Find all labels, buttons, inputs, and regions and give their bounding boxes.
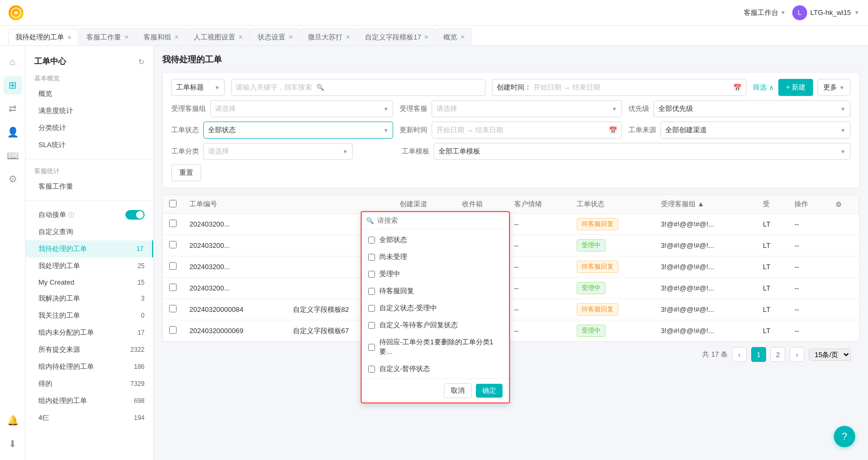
dropdown-checkbox[interactable] xyxy=(368,237,375,244)
dropdown-item-waiting-reply[interactable]: 待客服回复 xyxy=(362,283,509,300)
tab-status[interactable]: 状态设置 ✕ xyxy=(251,28,300,45)
ticket-source-select[interactable]: 全部创建渠道 ▼ xyxy=(660,122,850,139)
next-page-button[interactable]: › xyxy=(790,347,805,362)
sidebar-item-my-watching[interactable]: 我关注的工单 0 xyxy=(26,307,153,324)
sidebar-item-de[interactable]: 得的 7329 xyxy=(26,375,153,392)
dropdown-search-input[interactable] xyxy=(377,216,505,224)
nav-icon-download[interactable]: ⬇ xyxy=(3,434,22,454)
dropdown-item-pending-delete[interactable]: 待回应-工单分类1要删除的工单分类1要... xyxy=(362,334,509,360)
ticket-title-dropdown[interactable]: 工单标题 ▼ xyxy=(171,79,225,96)
prev-page-button[interactable]: ‹ xyxy=(732,347,747,362)
nav-icon-users[interactable]: 👤 xyxy=(3,123,22,142)
tab-close-icon[interactable]: ✕ xyxy=(460,34,465,40)
nav-icon-settings[interactable]: ⚙ xyxy=(3,170,22,189)
col-settings[interactable]: ⚙ xyxy=(829,195,859,214)
dropdown-item-processing[interactable]: 受理中 xyxy=(362,265,509,283)
dropdown-checkbox[interactable] xyxy=(368,288,375,295)
sidebar-item-all-submitted[interactable]: 所有提交来源 2322 xyxy=(26,341,153,358)
tab-close-icon[interactable]: ✕ xyxy=(289,34,293,40)
select-all-checkbox[interactable] xyxy=(169,200,177,207)
tab-workload[interactable]: 客服工作量 ✕ xyxy=(79,28,136,45)
row-checkbox[interactable] xyxy=(169,262,177,270)
reset-filter-button[interactable]: 重置 xyxy=(171,164,201,181)
tab-ai[interactable]: 人工视图设置 ✕ xyxy=(187,28,250,45)
user-menu[interactable]: L LTG-hk_wl15 ▼ xyxy=(792,5,859,20)
sidebar-item-cs-workload[interactable]: 客服工作量 xyxy=(26,178,153,195)
sidebar-item-my-pending[interactable]: 我待处理的工单 17 xyxy=(26,240,153,257)
dropdown-checkbox[interactable] xyxy=(368,271,375,278)
row-checkbox[interactable] xyxy=(169,284,177,291)
ticket-category-select[interactable]: 请选择 ▼ xyxy=(203,143,353,160)
priority-select[interactable]: 全部优先级 ▼ xyxy=(654,100,850,117)
tab-group[interactable]: 客服和组 ✕ xyxy=(137,28,186,45)
filter-toggle-button[interactable]: 筛选 ∧ xyxy=(753,83,774,92)
dropdown-item-custom-pause[interactable]: 自定义-暂停状态 xyxy=(362,360,509,377)
tab-overview[interactable]: 概览 ✕ xyxy=(436,28,472,45)
dropdown-item-custom-waiting[interactable]: 自定义-等待客户回复状态 xyxy=(362,317,509,334)
tab-close-icon[interactable]: ✕ xyxy=(67,35,71,41)
page-size-select[interactable]: 15条/页 20条/页 50条/页 xyxy=(809,349,851,361)
tab-close-icon[interactable]: ✕ xyxy=(424,34,428,40)
sidebar-item-custom-query[interactable]: 自定义查询 xyxy=(26,223,153,240)
tab-close-icon[interactable]: ✕ xyxy=(124,34,129,40)
tab-dasu[interactable]: 撒旦大苏打 ✕ xyxy=(301,28,357,45)
more-actions-button[interactable]: 更多 ▼ xyxy=(817,79,850,96)
row-checkbox[interactable] xyxy=(169,241,177,248)
assigned-group-select[interactable]: 请选择 ▼ xyxy=(210,100,393,117)
nav-icon-bell[interactable]: 🔔 xyxy=(3,411,22,430)
dropdown-confirm-button[interactable]: 确定 xyxy=(476,384,503,398)
tab-custom17[interactable]: 自定义字段模板17 ✕ xyxy=(358,28,435,45)
ticket-status-select[interactable]: 全部状态 ▼ xyxy=(203,122,393,139)
dropdown-item-all[interactable]: 全部状态 xyxy=(362,231,509,248)
topbar-right: 客服工作台 ▼ L LTG-hk_wl15 ▼ xyxy=(744,5,859,20)
dropdown-checkbox[interactable] xyxy=(368,254,375,261)
dropdown-item-custom-processing[interactable]: 自定义状态-受理中 xyxy=(362,300,509,317)
chevron-down-icon: ▼ xyxy=(840,106,846,112)
workspace-switcher[interactable]: 客服工作台 ▼ xyxy=(744,8,786,18)
page-1-button[interactable]: 1 xyxy=(751,347,766,362)
toggle-icon[interactable] xyxy=(125,210,145,220)
sidebar-item-auto-accept[interactable]: 自动接单 ⓘ xyxy=(26,206,153,223)
row-checkbox[interactable] xyxy=(169,305,177,312)
nav-icon-routes[interactable]: ⇄ xyxy=(3,99,22,118)
sidebar-item-four3[interactable]: 4仨 194 xyxy=(26,409,153,426)
assigned-agent-select[interactable]: 请选择 ▼ xyxy=(432,100,622,117)
ticket-action: -- xyxy=(788,256,829,278)
sidebar-item-overview[interactable]: 概览 xyxy=(26,85,153,102)
update-date-picker[interactable]: 开始日期 → 结束日期 📅 xyxy=(432,122,622,139)
sidebar-item-category[interactable]: 分类统计 xyxy=(26,119,153,136)
tab-pending[interactable]: 我待处理的工单 ✕ xyxy=(9,29,78,46)
help-button[interactable]: ? xyxy=(834,426,855,447)
sidebar-item-group-processing[interactable]: 组内处理的工单 698 xyxy=(26,392,153,409)
nav-icon-book[interactable]: 📖 xyxy=(3,146,22,165)
new-ticket-button[interactable]: + 新建 xyxy=(778,79,813,96)
refresh-icon[interactable]: ↻ xyxy=(138,58,145,66)
dropdown-checkbox[interactable] xyxy=(368,344,375,351)
tab-close-icon[interactable]: ✕ xyxy=(346,34,350,40)
sidebar-item-my-processed[interactable]: 我处理的工单 25 xyxy=(26,257,153,275)
tab-close-icon[interactable]: ✕ xyxy=(174,34,179,40)
row-checkbox[interactable] xyxy=(169,220,177,227)
nav-icon-home[interactable]: ⌂ xyxy=(3,52,22,71)
dropdown-cancel-button[interactable]: 取消 xyxy=(444,383,472,398)
sidebar-item-sla[interactable]: SLA统计 xyxy=(26,136,153,154)
chevron-down-icon: ▼ xyxy=(781,10,786,15)
tab-close-icon[interactable]: ✕ xyxy=(238,34,243,40)
filter-row-4: 工单分类 请选择 ▼ 工单模板 全部工单模板 ▼ xyxy=(171,143,850,160)
sidebar-item-group-unassigned[interactable]: 组内未分配的工单 17 xyxy=(26,324,153,341)
create-date-picker[interactable]: 创建时间： 开始日期 → 结束日期 📅 xyxy=(492,79,746,96)
sidebar-item-group-pending[interactable]: 组内待处理的工单 186 xyxy=(26,358,153,375)
dropdown-checkbox[interactable] xyxy=(368,366,375,373)
sidebar-item-satisfaction[interactable]: 满意度统计 xyxy=(26,102,153,119)
dropdown-checkbox[interactable] xyxy=(368,322,375,329)
row-checkbox[interactable] xyxy=(169,326,177,334)
nav-icon-tickets[interactable]: ⊞ xyxy=(3,76,22,95)
dropdown-item-unaccepted[interactable]: 尚未受理 xyxy=(362,248,509,265)
sidebar-item-my-resolved[interactable]: 我解决的工单 3 xyxy=(26,290,153,307)
page-2-button[interactable]: 2 xyxy=(770,347,785,362)
dropdown-checkbox[interactable] xyxy=(368,305,375,312)
ticket-template-select[interactable]: 全部工单模板 ▼ xyxy=(434,143,850,160)
sidebar-item-my-created[interactable]: My Created 15 xyxy=(26,275,153,290)
sidebar-title: 工单中心 xyxy=(34,57,66,67)
keyword-search-input[interactable]: 请输入关键字，回车搜索 🔍 xyxy=(231,79,485,96)
